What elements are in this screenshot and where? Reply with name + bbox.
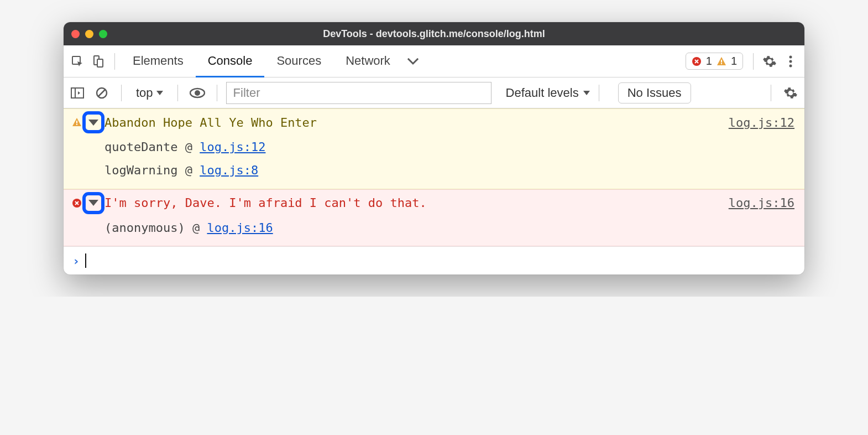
divider xyxy=(771,85,771,101)
execution-context-dropdown[interactable]: top xyxy=(130,84,169,102)
log-level-dropdown[interactable]: Default levels xyxy=(506,86,590,100)
error-count: 1 xyxy=(706,55,712,68)
expand-toggle[interactable] xyxy=(86,195,101,211)
chevron-down-icon xyxy=(88,200,98,206)
warning-icon xyxy=(717,56,726,66)
chevron-down-icon xyxy=(156,91,163,95)
svg-point-7 xyxy=(789,60,792,63)
console-output: Abandon Hope All Ye Who Enter log.js:12 … xyxy=(64,108,804,275)
message-text: I'm sorry, Dave. I'm afraid I can't do t… xyxy=(104,196,725,210)
svg-rect-9 xyxy=(71,88,83,98)
tab-elements[interactable]: Elements xyxy=(121,45,196,77)
window-controls xyxy=(71,30,107,38)
svg-line-12 xyxy=(98,90,105,96)
chevron-down-icon xyxy=(583,91,590,95)
error-warning-badge[interactable]: 1 1 xyxy=(686,53,743,70)
maximize-window-button[interactable] xyxy=(99,30,107,38)
more-tabs-icon[interactable] xyxy=(402,51,423,72)
stack-frame: logWarning @ log.js:8 xyxy=(104,159,794,182)
svg-rect-4 xyxy=(721,60,722,63)
svg-point-6 xyxy=(789,55,792,58)
source-link[interactable]: log.js:16 xyxy=(729,196,794,210)
minimize-window-button[interactable] xyxy=(85,30,93,38)
console-toolbar: top Default levels No Issues xyxy=(64,77,804,108)
text-cursor xyxy=(85,253,86,268)
svg-rect-16 xyxy=(76,124,77,125)
error-icon xyxy=(692,56,702,66)
console-message-warning: Abandon Hope All Ye Who Enter log.js:12 … xyxy=(64,108,804,189)
sidebar-toggle-icon[interactable] xyxy=(67,82,88,103)
live-expression-icon[interactable] xyxy=(187,82,208,103)
execution-context-label: top xyxy=(136,86,153,100)
stack-frame: quoteDante @ log.js:12 xyxy=(104,136,794,159)
clear-console-icon[interactable] xyxy=(91,82,112,103)
stack-trace: quoteDante @ log.js:12 logWarning @ log.… xyxy=(71,136,794,182)
main-tabbar: Elements Console Sources Network 1 1 xyxy=(64,45,804,77)
stack-source-link[interactable]: log.js:16 xyxy=(207,221,273,235)
stack-frame: (anonymous) @ log.js:16 xyxy=(104,216,794,240)
svg-rect-15 xyxy=(76,121,77,123)
titlebar: DevTools - devtools.glitch.me/console/lo… xyxy=(64,22,804,45)
prompt-caret-icon: › xyxy=(72,254,80,268)
tab-sources[interactable]: Sources xyxy=(264,45,333,77)
tab-console[interactable]: Console xyxy=(196,45,265,77)
divider xyxy=(114,53,115,70)
divider xyxy=(217,85,217,101)
device-toolbar-icon[interactable] xyxy=(88,51,109,72)
error-icon xyxy=(71,198,82,208)
stack-source-link[interactable]: log.js:8 xyxy=(200,163,258,177)
stack-function: quoteDante xyxy=(104,140,177,154)
svg-point-14 xyxy=(195,90,200,96)
issues-button[interactable]: No Issues xyxy=(618,82,691,103)
tab-network[interactable]: Network xyxy=(333,45,402,77)
divider xyxy=(753,53,754,70)
console-settings-icon[interactable] xyxy=(780,82,801,103)
log-level-label: Default levels xyxy=(506,86,579,100)
source-link[interactable]: log.js:12 xyxy=(729,116,794,130)
devtools-window: DevTools - devtools.glitch.me/console/lo… xyxy=(64,22,804,275)
divider xyxy=(177,85,178,101)
divider xyxy=(121,85,122,101)
close-window-button[interactable] xyxy=(71,30,80,38)
stack-source-link[interactable]: log.js:12 xyxy=(200,140,265,154)
svg-rect-2 xyxy=(97,59,103,67)
inspect-element-icon[interactable] xyxy=(67,51,88,72)
svg-rect-5 xyxy=(721,63,722,64)
panel-tabs: Elements Console Sources Network xyxy=(121,45,423,77)
filter-input[interactable] xyxy=(226,82,491,104)
console-message-error: I'm sorry, Dave. I'm afraid I can't do t… xyxy=(64,189,804,247)
expand-toggle[interactable] xyxy=(86,115,101,130)
chevron-down-icon xyxy=(88,120,98,126)
stack-function: (anonymous) xyxy=(104,221,185,235)
kebab-menu-icon[interactable] xyxy=(780,51,801,72)
divider xyxy=(599,85,599,101)
window-title: DevTools - devtools.glitch.me/console/lo… xyxy=(64,28,804,40)
message-text: Abandon Hope All Ye Who Enter xyxy=(104,116,725,130)
warning-icon xyxy=(71,117,82,127)
warning-count: 1 xyxy=(731,55,737,68)
stack-function: logWarning xyxy=(104,163,177,177)
settings-icon[interactable] xyxy=(759,51,780,72)
stack-trace: (anonymous) @ log.js:16 xyxy=(71,216,794,240)
console-prompt[interactable]: › xyxy=(64,246,804,275)
svg-point-8 xyxy=(789,64,792,67)
